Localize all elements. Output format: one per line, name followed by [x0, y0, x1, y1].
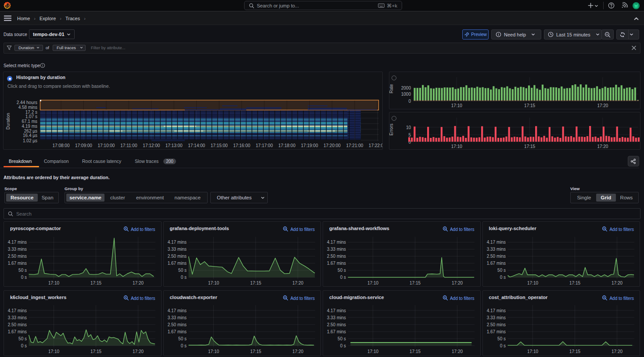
svg-text:4.17 mins: 4.17 mins: [486, 308, 505, 313]
svg-text:17:18:00: 17:18:00: [278, 143, 295, 148]
svg-text:1.67 mins: 1.67 mins: [167, 261, 186, 266]
svg-text:17:20: 17:20: [597, 103, 608, 108]
svg-text:0 s: 0 s: [500, 343, 505, 348]
svg-text:17:19:00: 17:19:00: [301, 143, 318, 148]
svg-text:1.67 mins: 1.67 mins: [486, 329, 505, 334]
svg-text:17:13:00: 17:13:00: [165, 143, 183, 148]
svg-text:3.33 mins: 3.33 mins: [327, 247, 346, 252]
svg-text:2.50 mins: 2.50 mins: [486, 254, 505, 259]
svg-text:17:10: 17:10: [527, 281, 538, 285]
svg-text:17:10: 17:10: [451, 103, 462, 108]
svg-text:0 s: 0 s: [340, 343, 346, 348]
svg-text:50 s: 50 s: [18, 336, 27, 341]
svg-text:4.17 mins: 4.17 mins: [167, 240, 186, 245]
svg-text:17:11:00: 17:11:00: [120, 143, 137, 148]
svg-text:17:10: 17:10: [451, 144, 462, 149]
svg-text:50 s: 50 s: [497, 268, 506, 273]
svg-text:17:10: 17:10: [48, 349, 59, 354]
svg-text:17:10: 17:10: [208, 281, 219, 285]
svg-text:0 s: 0 s: [180, 343, 186, 348]
svg-text:1.07 s: 1.07 s: [25, 114, 37, 119]
svg-text:0 s: 0 s: [21, 343, 27, 348]
svg-text:Duration: Duration: [6, 113, 11, 130]
svg-text:1.67 mins: 1.67 mins: [327, 329, 346, 334]
svg-text:17:15: 17:15: [569, 349, 580, 354]
svg-text:4.17 mins: 4.17 mins: [327, 240, 346, 245]
svg-text:17:10:00: 17:10:00: [97, 143, 115, 148]
svg-text:50 s: 50 s: [178, 336, 187, 341]
svg-text:3.33 mins: 3.33 mins: [167, 315, 186, 320]
svg-text:2.50 mins: 2.50 mins: [8, 322, 27, 327]
svg-text:17:15: 17:15: [410, 349, 421, 354]
svg-text:4.17 mins: 4.17 mins: [8, 240, 27, 245]
svg-text:17:20: 17:20: [292, 349, 303, 354]
svg-text:17:20: 17:20: [597, 144, 608, 149]
svg-text:17:15: 17:15: [90, 349, 101, 354]
svg-text:0 s: 0 s: [340, 275, 346, 280]
svg-text:0 s: 0 s: [500, 275, 505, 280]
svg-text:2.44 hours: 2.44 hours: [17, 100, 37, 105]
svg-text:17:20: 17:20: [292, 281, 303, 285]
svg-text:0 s: 0 s: [180, 275, 186, 280]
svg-text:17:21:00: 17:21:00: [346, 143, 363, 148]
svg-text:17:20:00: 17:20:00: [324, 143, 341, 148]
svg-text:2.50 mins: 2.50 mins: [327, 322, 346, 327]
svg-text:17:10: 17:10: [367, 349, 378, 354]
svg-text:2.50 mins: 2.50 mins: [167, 322, 186, 327]
svg-text:1.67 mins: 1.67 mins: [167, 329, 186, 334]
svg-text:3.33 mins: 3.33 mins: [327, 315, 346, 320]
svg-text:50 s: 50 s: [178, 268, 187, 273]
svg-text:17:20: 17:20: [452, 349, 463, 354]
svg-text:17:15: 17:15: [410, 281, 421, 285]
svg-text:17:15:00: 17:15:00: [211, 143, 228, 148]
svg-text:17:17:00: 17:17:00: [256, 143, 273, 148]
svg-text:50 s: 50 s: [497, 336, 506, 341]
svg-text:17:20: 17:20: [452, 281, 463, 285]
svg-text:17:22:00: 17:22:00: [369, 143, 383, 148]
svg-text:1.67 mins: 1.67 mins: [327, 261, 346, 266]
svg-text:3.33 mins: 3.33 mins: [8, 247, 27, 252]
svg-text:4.17 mins: 4.17 mins: [486, 240, 505, 245]
svg-text:17.2 s: 17.2 s: [25, 110, 37, 115]
svg-text:17:08:00: 17:08:00: [53, 143, 70, 148]
svg-text:17:10: 17:10: [208, 349, 219, 354]
svg-text:17:15: 17:15: [250, 281, 261, 285]
svg-text:1.02 µs: 1.02 µs: [23, 138, 37, 143]
svg-text:17:10: 17:10: [527, 349, 538, 354]
svg-text:2000: 2000: [401, 86, 411, 90]
svg-text:4.19 ms: 4.19 ms: [22, 124, 37, 129]
svg-text:17:20: 17:20: [133, 349, 144, 354]
svg-text:17:20: 17:20: [611, 281, 622, 285]
svg-text:1000: 1000: [401, 92, 411, 97]
svg-text:16.4 µs: 16.4 µs: [23, 133, 37, 138]
svg-text:0: 0: [408, 99, 411, 104]
svg-text:3.33 mins: 3.33 mins: [8, 315, 27, 320]
svg-text:17:15: 17:15: [250, 349, 261, 354]
svg-text:50 s: 50 s: [338, 336, 346, 341]
svg-text:262 µs: 262 µs: [24, 129, 37, 133]
svg-text:4.58 mins: 4.58 mins: [18, 105, 37, 110]
svg-text:2.50 mins: 2.50 mins: [486, 322, 505, 327]
svg-text:4.17 mins: 4.17 mins: [8, 308, 27, 313]
svg-text:67.1 ms: 67.1 ms: [22, 119, 37, 124]
svg-text:17:16:00: 17:16:00: [233, 143, 250, 148]
svg-text:3.33 mins: 3.33 mins: [486, 315, 505, 320]
svg-text:4.17 mins: 4.17 mins: [167, 308, 186, 313]
svg-text:3.33 mins: 3.33 mins: [486, 247, 505, 252]
svg-text:10: 10: [406, 125, 411, 130]
svg-text:17:15: 17:15: [524, 103, 535, 108]
svg-text:17:20: 17:20: [133, 281, 144, 285]
svg-text:50 s: 50 s: [338, 268, 346, 273]
svg-text:2.50 mins: 2.50 mins: [167, 254, 186, 259]
svg-text:3.33 mins: 3.33 mins: [167, 247, 186, 252]
svg-text:1.67 mins: 1.67 mins: [8, 329, 27, 334]
svg-text:17:15: 17:15: [90, 281, 101, 285]
svg-text:17:15: 17:15: [569, 281, 580, 285]
svg-text:50 s: 50 s: [18, 268, 27, 273]
svg-text:17:14:00: 17:14:00: [188, 143, 205, 148]
svg-text:5: 5: [408, 133, 411, 137]
svg-text:Errors: Errors: [389, 123, 394, 135]
svg-text:17:12:00: 17:12:00: [143, 143, 160, 148]
svg-text:4.17 mins: 4.17 mins: [327, 308, 346, 313]
svg-text:17:09:00: 17:09:00: [75, 143, 92, 148]
